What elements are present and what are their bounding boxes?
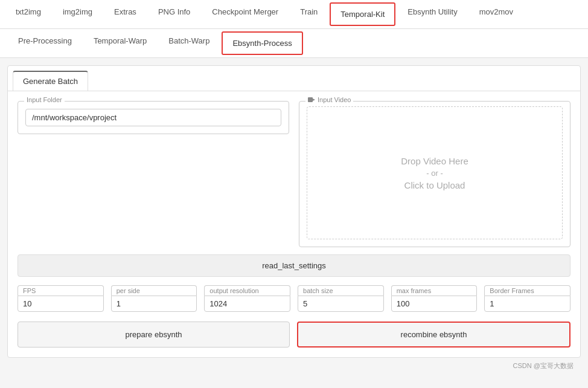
- recombine-ebsynth-button[interactable]: recombine ebsynth: [297, 322, 570, 348]
- param-label-batch-size: batch size: [298, 285, 384, 296]
- param-label-output-resolution: output resolution: [204, 285, 290, 296]
- sub-navigation: Pre-ProcessingTemporal-WarpBatch-WarpEbs…: [0, 29, 588, 58]
- prepare-ebsynth-button[interactable]: prepare ebsynth: [18, 322, 290, 348]
- input-folder-field[interactable]: [25, 109, 281, 126]
- top-nav-item-ebsynth-utility[interactable]: Ebsynth Utility: [397, 0, 468, 28]
- sub-nav-item-batch-warp[interactable]: Batch-Warp: [158, 29, 220, 57]
- main-content: Generate Batch Input Folder: [0, 58, 588, 388]
- param-label-per-side: per side: [111, 285, 197, 296]
- param-group-max-frames: max frames: [391, 285, 478, 312]
- input-video-legend: Input Video: [305, 96, 353, 104]
- read-last-settings-button[interactable]: read_last_settings: [18, 254, 570, 277]
- upload-text: Click to Upload: [404, 180, 465, 190]
- card-body: Input Folder Input Video: [8, 91, 580, 357]
- svg-rect-0: [308, 97, 313, 102]
- param-group-fps: FPS: [18, 285, 104, 312]
- sub-nav-item-ebsynth-process[interactable]: Ebsynth-Process: [222, 31, 302, 55]
- input-video-group: Input Video Drop Video Here - or - Click…: [299, 101, 570, 247]
- tab-header: Generate Batch: [8, 66, 580, 91]
- input-folder-group: Input Folder: [18, 101, 289, 134]
- param-input-fps[interactable]: [18, 296, 104, 312]
- param-input-per-side[interactable]: [111, 296, 197, 312]
- param-input-output-resolution[interactable]: [204, 296, 290, 312]
- two-col-layout: Input Folder Input Video: [18, 101, 570, 254]
- input-folder-legend: Input Folder: [24, 96, 65, 103]
- action-row: prepare ebsynth recombine ebsynth: [18, 322, 570, 348]
- param-group-batch-size: batch size: [298, 285, 384, 312]
- or-text: - or -: [426, 169, 443, 178]
- param-label-fps: FPS: [18, 285, 104, 296]
- top-nav-item-temporal-kit[interactable]: Temporal-Kit: [330, 2, 395, 26]
- top-navigation: txt2imgimg2imgExtrasPNG InfoCheckpoint M…: [0, 0, 588, 29]
- top-nav-item-checkpoint-merger[interactable]: Checkpoint Merger: [201, 0, 289, 28]
- video-upload-dropzone[interactable]: Drop Video Here - or - Click to Upload: [307, 106, 563, 239]
- params-row: FPS per side output resolution batch siz…: [18, 285, 570, 312]
- tab-generate-batch[interactable]: Generate Batch: [13, 71, 88, 91]
- svg-marker-1: [313, 99, 315, 101]
- top-nav-item-train[interactable]: Train: [289, 0, 328, 28]
- param-input-batch-size[interactable]: [298, 296, 384, 312]
- main-card: Generate Batch Input Folder: [7, 65, 581, 358]
- watermark: CSDN @宝哥大数据: [7, 358, 581, 374]
- top-nav-item-png-info[interactable]: PNG Info: [147, 0, 201, 28]
- top-nav-item-txt2img[interactable]: txt2img: [5, 0, 52, 28]
- top-nav-item-mov2mov[interactable]: mov2mov: [468, 0, 524, 28]
- top-nav-item-extras[interactable]: Extras: [103, 0, 147, 28]
- param-label-max-frames: max frames: [391, 285, 478, 296]
- sub-nav-item-temporal-warp[interactable]: Temporal-Warp: [83, 29, 158, 57]
- param-input-max-frames[interactable]: [391, 296, 478, 312]
- param-group-output-resolution: output resolution: [204, 285, 290, 312]
- video-icon: [308, 97, 315, 103]
- param-label-border-frames: Border Frames: [484, 285, 570, 296]
- drop-text: Drop Video Here: [401, 156, 468, 166]
- right-column: Input Video Drop Video Here - or - Click…: [299, 101, 570, 254]
- param-input-border-frames[interactable]: [484, 296, 570, 312]
- param-group-per-side: per side: [111, 285, 197, 312]
- param-group-border-frames: Border Frames: [484, 285, 570, 312]
- left-column: Input Folder: [18, 101, 289, 254]
- sub-nav-item-pre-processing[interactable]: Pre-Processing: [7, 29, 83, 57]
- top-nav-item-img2img[interactable]: img2img: [52, 0, 103, 28]
